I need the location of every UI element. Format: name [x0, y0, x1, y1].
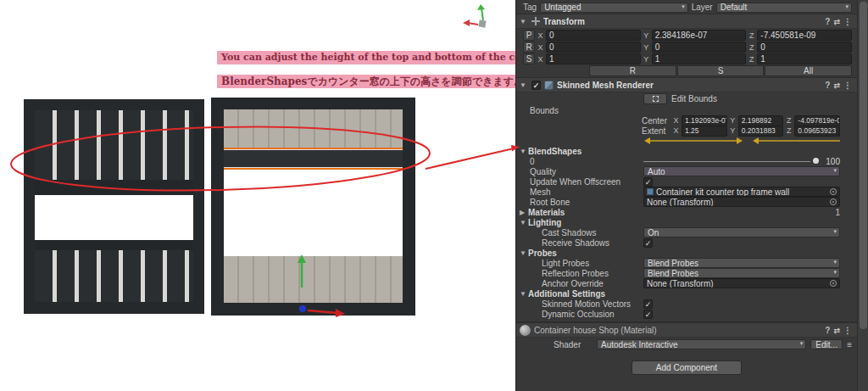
- object-picker-icon[interactable]: [830, 198, 837, 205]
- dynamic-occlusion-row: Dynamic Occlusion: [516, 309, 857, 319]
- center-x-field[interactable]: 1.192093e-07: [682, 115, 727, 126]
- layer-value: Default: [721, 3, 748, 12]
- preset-icon[interactable]: [833, 326, 840, 335]
- scrollbar-thumb[interactable]: [860, 2, 867, 329]
- selected-blendshape-beam: [219, 149, 408, 168]
- materials-count[interactable]: 1: [835, 208, 840, 217]
- help-icon[interactable]: [825, 81, 830, 90]
- context-menu-icon[interactable]: [843, 326, 852, 335]
- frame-rail-bottom: [24, 302, 204, 314]
- reflection-probes-dropdown[interactable]: Blend Probes: [643, 268, 840, 278]
- transform-button-r[interactable]: R: [589, 65, 676, 76]
- preset-icon[interactable]: [833, 17, 840, 26]
- axis-x-label: X: [537, 43, 544, 52]
- preset-icon[interactable]: [833, 81, 840, 90]
- transform-header[interactable]: Transform: [516, 14, 857, 29]
- blendshape-slider[interactable]: [643, 156, 819, 166]
- additional-settings-label: Additional Settings: [528, 289, 605, 299]
- update-when-offscreen-checkbox[interactable]: [643, 177, 653, 187]
- shader-dropdown[interactable]: Autodesk Interactive: [597, 339, 806, 349]
- layer-dropdown[interactable]: Default: [716, 3, 852, 13]
- inspector-scrollbar[interactable]: [857, 0, 868, 391]
- foldout-icon[interactable]: [520, 249, 528, 257]
- probes-foldout[interactable]: Probes: [516, 248, 857, 258]
- reflection-probes-value: Blend Probes: [648, 269, 698, 278]
- materials-foldout[interactable]: Materials 1: [516, 207, 857, 217]
- rotation-x-field[interactable]: 0: [546, 42, 641, 53]
- blendshapes-foldout[interactable]: BlendShapes: [516, 146, 857, 156]
- center-z-field[interactable]: -4.097819e-08: [794, 115, 840, 126]
- rotation-tag[interactable]: R: [523, 42, 535, 53]
- tag-dropdown[interactable]: Untagged: [540, 3, 688, 13]
- cast-shadows-dropdown[interactable]: On: [643, 227, 840, 237]
- edit-bounds-label: Edit Bounds: [671, 94, 717, 103]
- skinned-motion-vectors-checkbox[interactable]: [643, 299, 653, 309]
- transform-icon: [531, 17, 540, 25]
- component-enabled-checkbox[interactable]: [531, 81, 541, 90]
- foldout-icon[interactable]: [520, 209, 528, 216]
- rotation-z-field[interactable]: 0: [757, 42, 852, 53]
- extent-y-field[interactable]: 0.2031883: [738, 126, 784, 137]
- top-slats: [35, 110, 193, 180]
- bounds-handle-arrows[interactable]: [643, 136, 840, 146]
- bounds-row: Bounds: [516, 105, 857, 115]
- model-right-counter-window: [211, 98, 415, 316]
- foldout-icon[interactable]: [520, 81, 528, 89]
- rotation-y-field[interactable]: 0: [652, 42, 747, 53]
- position-y-field[interactable]: 2.384186e-07: [652, 30, 747, 41]
- quality-dropdown[interactable]: Auto: [643, 166, 840, 176]
- scale-tag[interactable]: S: [523, 53, 535, 64]
- axis-y-label: Y: [643, 31, 650, 40]
- edit-bounds-button[interactable]: [643, 93, 667, 104]
- transform-button-all[interactable]: All: [765, 65, 852, 76]
- foldout-icon[interactable]: [520, 290, 528, 298]
- context-menu-icon[interactable]: [843, 81, 852, 90]
- lighting-foldout[interactable]: Lighting: [516, 217, 857, 227]
- top-wood-panel: [224, 109, 403, 149]
- center-y-field[interactable]: 2.198892: [738, 115, 784, 126]
- extent-x-field[interactable]: 1.25: [682, 126, 727, 137]
- object-picker-icon[interactable]: [830, 188, 837, 195]
- material-sphere-icon: [520, 325, 531, 336]
- root-bone-label: Root Bone: [530, 198, 570, 207]
- scale-z-field[interactable]: 1: [757, 53, 852, 64]
- slider-knob[interactable]: [813, 158, 819, 164]
- tag-label: Tag: [523, 3, 537, 12]
- axis-x-label: X: [672, 116, 680, 125]
- blendshape-value[interactable]: 100: [821, 157, 840, 166]
- position-tag[interactable]: P: [523, 30, 535, 41]
- light-probes-dropdown[interactable]: Blend Probes: [643, 258, 840, 268]
- mesh-object-field[interactable]: Container kit counter top frame wall: [643, 187, 840, 197]
- bounds-handles-row: [516, 136, 857, 146]
- help-icon[interactable]: [825, 326, 830, 335]
- scale-y-field[interactable]: 1: [652, 53, 747, 64]
- skinned-mesh-renderer-header[interactable]: Skinned Mesh Renderer: [516, 77, 857, 92]
- dynamic-occlusion-checkbox[interactable]: [643, 310, 653, 319]
- root-bone-object-field[interactable]: None (Transform): [643, 197, 840, 207]
- axis-y-label: Y: [729, 126, 737, 135]
- quality-label: Quality: [530, 167, 556, 176]
- add-component-button[interactable]: Add Component: [632, 360, 742, 375]
- foldout-icon[interactable]: [520, 18, 528, 25]
- receive-shadows-checkbox[interactable]: [643, 238, 653, 248]
- shader-edit-button[interactable]: Edit...: [810, 339, 843, 349]
- transform-title: Transform: [543, 17, 585, 26]
- frame-rail-right: [193, 99, 204, 314]
- additional-settings-foldout[interactable]: Additional Settings: [516, 288, 857, 299]
- context-menu-icon[interactable]: [843, 17, 852, 26]
- extent-z-field[interactable]: 0.09653923: [794, 126, 840, 137]
- position-x-field[interactable]: 0: [546, 30, 641, 41]
- lower-beam: [28, 240, 200, 250]
- shader-menu-icon[interactable]: [847, 340, 852, 349]
- object-picker-icon[interactable]: [830, 280, 837, 287]
- axis-y-label: Y: [643, 55, 650, 64]
- scale-x-field[interactable]: 1: [546, 53, 641, 64]
- material-header[interactable]: Container house Shop (Material): [516, 322, 857, 338]
- anchor-override-object-field[interactable]: None (Transform): [643, 278, 840, 288]
- position-z-field[interactable]: -7.450581e-09: [757, 30, 852, 41]
- transform-button-s[interactable]: S: [677, 65, 765, 76]
- scale-row: S X 1 Y 1 Z 1: [516, 53, 857, 64]
- foldout-icon[interactable]: [520, 148, 528, 155]
- help-icon[interactable]: [825, 17, 830, 26]
- foldout-icon[interactable]: [520, 219, 528, 226]
